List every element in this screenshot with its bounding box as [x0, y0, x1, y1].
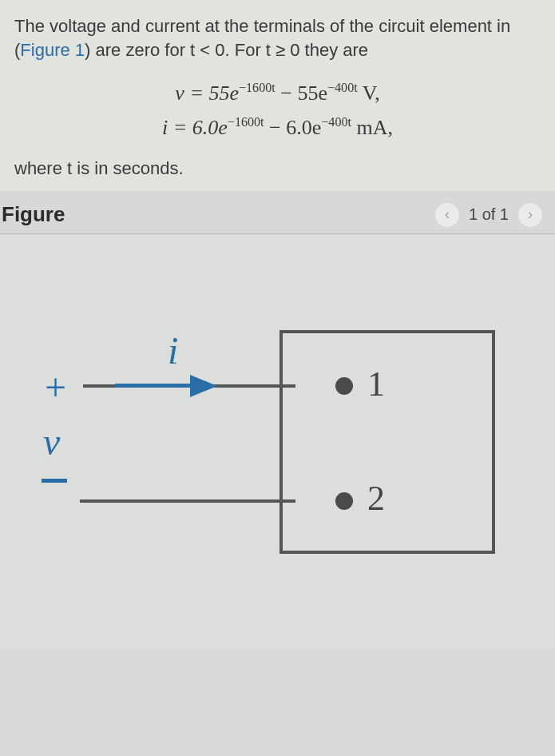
figure-title: Figure	[2, 202, 65, 227]
problem-panel: The voltage and current at the terminals…	[0, 0, 555, 191]
figure-prev-button[interactable]: ‹	[435, 203, 459, 227]
polarity-plus: +	[45, 365, 66, 409]
eq-v-suffix: V,	[358, 82, 380, 105]
terminal-label-1: 1	[367, 364, 385, 404]
problem-statement: The voltage and current at the terminals…	[14, 14, 541, 62]
eq-v-mid: − 55e	[276, 82, 327, 105]
where-clause: where t is in seconds.	[14, 157, 541, 181]
polarity-minus	[42, 479, 67, 483]
circuit-element-box	[279, 330, 495, 554]
eq-i-mid: − 6.0e	[264, 116, 322, 139]
equations-block: v = 55e−1600t − 55e−400t V, i = 6.0e−160…	[14, 79, 541, 141]
current-arrow-head-icon	[190, 375, 217, 397]
eq-i-exp1: −1600t	[228, 116, 264, 129]
eq-v-exp1: −1600t	[239, 82, 276, 95]
figure-reference-link[interactable]: Figure 1	[20, 40, 85, 60]
figure-count: 1 of 1	[469, 205, 509, 224]
eq-i-suffix: mA,	[351, 116, 393, 139]
wire-bottom	[80, 499, 295, 503]
current-arrow-shaft	[115, 384, 195, 388]
eq-i-prefix: i = 6.0e	[162, 116, 228, 139]
eq-i-exp2: −400t	[321, 116, 351, 129]
eq-v-prefix: v = 55e	[175, 82, 239, 105]
voltage-equation: v = 55e−1600t − 55e−400t V,	[14, 79, 541, 107]
eq-v-exp2: −400t	[327, 82, 358, 95]
terminal-label-2: 2	[367, 478, 385, 519]
current-label: i	[168, 328, 178, 372]
circuit-diagram: 1 2 i + v	[32, 298, 511, 602]
figure-area: 1 2 i + v	[0, 234, 555, 650]
current-equation: i = 6.0e−1600t − 6.0e−400t mA,	[14, 113, 541, 141]
figure-nav: ‹ 1 of 1 ›	[435, 203, 542, 227]
figure-next-button[interactable]: ›	[518, 203, 542, 227]
voltage-label: v	[43, 420, 60, 464]
intro-text-post: ) are zero for t < 0. For t ≥ 0 they are	[85, 40, 368, 60]
figure-header: Figure ‹ 1 of 1 ›	[0, 191, 555, 234]
